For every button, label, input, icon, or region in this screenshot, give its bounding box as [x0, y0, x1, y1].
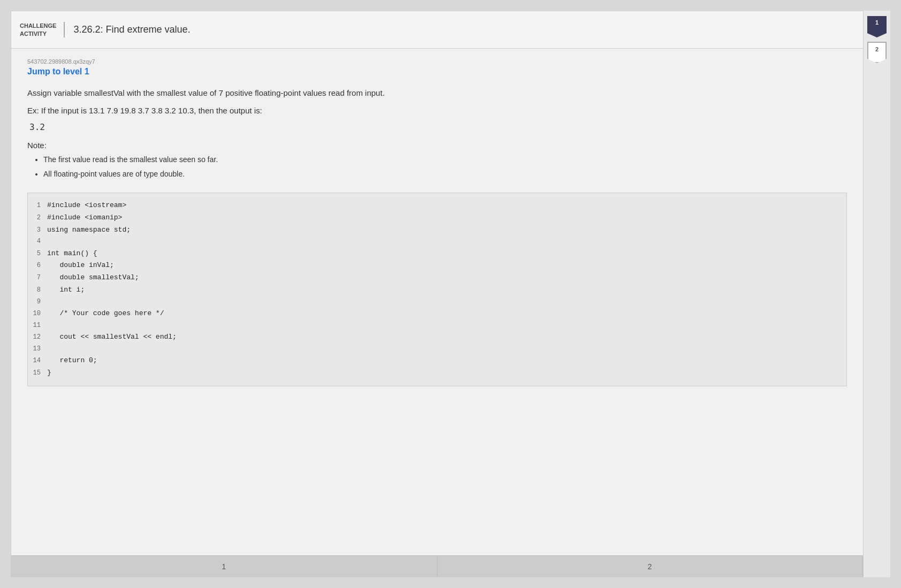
example-text: Ex: If the input is 13.1 7.9 19.8 3.7 3.…	[27, 105, 847, 117]
notes-list: The first value read is the smallest val…	[27, 154, 847, 180]
bottom-tab-1[interactable]: 1	[11, 556, 437, 577]
code-line: 9	[28, 296, 846, 308]
line-number: 13	[28, 344, 47, 354]
line-content: double smallestVal;	[47, 272, 846, 284]
code-line: 1#include <iostream>	[28, 200, 846, 212]
description-text: Assign variable smallestVal with the sma…	[27, 87, 847, 100]
line-number: 9	[28, 297, 47, 307]
line-content: int i;	[47, 285, 846, 296]
code-line: 11	[28, 320, 846, 331]
line-number: 4	[28, 236, 47, 247]
line-number: 5	[28, 249, 47, 259]
line-content: return 0;	[47, 355, 846, 366]
line-content: using namespace std;	[47, 225, 846, 236]
challenge-activity-label: CHALLENGE ACTIVITY	[20, 22, 65, 37]
level-2-number: 2	[875, 46, 879, 52]
line-number: 15	[28, 368, 47, 378]
line-number: 7	[28, 273, 47, 283]
right-sidebar: 1 2	[864, 11, 890, 577]
line-content: }	[47, 368, 846, 379]
line-number: 12	[28, 332, 47, 342]
code-line: 13	[28, 343, 846, 355]
code-line: 14 return 0;	[28, 355, 846, 367]
level-1-number: 1	[875, 19, 879, 26]
code-line: 15}	[28, 367, 846, 379]
line-number: 11	[28, 320, 47, 331]
bottom-tab-2[interactable]: 2	[437, 556, 864, 577]
bottom-tabs: 1 2	[11, 555, 863, 577]
code-line: 7 double smallestVal;	[28, 272, 846, 284]
line-number: 6	[28, 261, 47, 271]
code-line: 8 int i;	[28, 284, 846, 296]
code-line: 2#include <iomanip>	[28, 212, 846, 224]
line-content: #include <iomanip>	[47, 212, 846, 224]
line-number: 2	[28, 213, 47, 223]
line-number: 14	[28, 356, 47, 366]
jump-to-level-link[interactable]: Jump to level 1	[27, 67, 89, 77]
code-line: 5int main() {	[28, 248, 846, 260]
code-line: 12 cout << smallestVal << endl;	[28, 331, 846, 343]
line-content: cout << smallestVal << endl;	[47, 332, 846, 343]
line-number: 8	[28, 285, 47, 295]
line-content: int main() {	[47, 248, 846, 259]
code-line: 3using namespace std;	[28, 224, 846, 236]
header-bar: CHALLENGE ACTIVITY 3.26.2: Find extreme …	[11, 11, 863, 49]
example-output: 3.2	[29, 122, 847, 132]
content-area: 543702.2989808.qx3zqy7 Jump to level 1 A…	[11, 49, 863, 555]
line-content: /* Your code goes here */	[47, 308, 846, 319]
line-content: #include <iostream>	[47, 200, 846, 211]
code-line: 10 /* Your code goes here */	[28, 308, 846, 320]
line-number: 3	[28, 225, 47, 235]
session-id: 543702.2989808.qx3zqy7	[27, 58, 847, 65]
code-editor[interactable]: 1#include <iostream>2#include <iomanip>3…	[27, 193, 847, 386]
line-number: 10	[28, 309, 47, 319]
page-title: 3.26.2: Find extreme value.	[73, 24, 190, 35]
code-line: 4	[28, 236, 846, 247]
level-2-badge[interactable]: 2	[867, 42, 887, 63]
level-1-badge[interactable]: 1	[867, 16, 887, 37]
line-content: double inVal;	[47, 260, 846, 271]
note-item-1: The first value read is the smallest val…	[43, 154, 847, 165]
note-item-2: All floating-point values are of type do…	[43, 169, 847, 180]
note-label: Note:	[27, 141, 847, 150]
line-number: 1	[28, 201, 47, 211]
code-line: 6 double inVal;	[28, 259, 846, 272]
